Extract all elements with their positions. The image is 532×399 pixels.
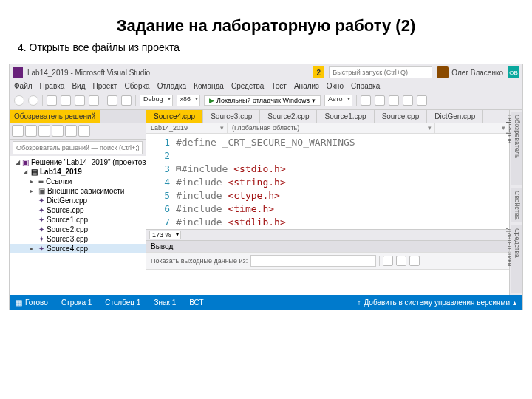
refresh-button[interactable] bbox=[25, 125, 37, 137]
menu-analyze[interactable]: Анализ bbox=[294, 82, 319, 90]
tab-diagnostics[interactable]: Средства диагностики bbox=[511, 225, 522, 293]
start-debugging-button[interactable]: ▶ Локальный отладчик Windows ▾ bbox=[204, 95, 321, 106]
avatar-icon bbox=[437, 66, 449, 78]
output-source-label: Показать выходные данные из: bbox=[151, 257, 248, 265]
open-button[interactable] bbox=[61, 95, 71, 106]
solution-explorer-tab[interactable]: Обозреватель решений bbox=[10, 110, 100, 123]
play-icon: ▶ bbox=[209, 97, 214, 104]
status-line: Строка 1 bbox=[61, 299, 92, 307]
chevron-down-icon: ▾ bbox=[312, 97, 316, 104]
status-char: Знак 1 bbox=[154, 299, 176, 307]
user-account[interactable]: Олег Власенко bbox=[437, 66, 503, 78]
external-icon: ▣ bbox=[38, 187, 45, 195]
show-all-button[interactable] bbox=[52, 125, 64, 137]
doc-tab[interactable]: Source.cpp bbox=[375, 110, 428, 123]
tree-solution[interactable]: ◢▣Решение "Lab14_2019" (проектов: 1) bbox=[10, 157, 146, 167]
menu-project[interactable]: Проект bbox=[92, 82, 117, 90]
notification-badge[interactable]: 2 bbox=[313, 66, 324, 78]
solution-search-input[interactable] bbox=[13, 141, 143, 154]
toolbar-btn-a[interactable] bbox=[361, 95, 371, 106]
cpp-file-icon: ✦ bbox=[38, 206, 44, 214]
context-bar: Lab14_2019 (Глобальная область) bbox=[146, 123, 509, 134]
redo-button[interactable] bbox=[121, 95, 132, 106]
nav-forward-button[interactable] bbox=[28, 95, 38, 106]
tree-file[interactable]: ✦Source2.cpp bbox=[10, 225, 146, 234]
output-text[interactable] bbox=[146, 270, 509, 295]
undo-button[interactable] bbox=[107, 95, 117, 106]
context-member-dropdown[interactable] bbox=[435, 123, 509, 133]
user-initials-badge[interactable]: ОВ bbox=[508, 66, 519, 78]
output-wrap-button[interactable] bbox=[396, 256, 406, 266]
menu-test[interactable]: Тест bbox=[271, 82, 287, 90]
save-button[interactable] bbox=[75, 95, 85, 106]
context-project-dropdown[interactable]: Lab14_2019 bbox=[146, 123, 228, 133]
menu-help[interactable]: Справка bbox=[351, 82, 380, 90]
statusbar: ▦ Готово Строка 1 Столбец 1 Знак 1 ВСТ ↑… bbox=[10, 295, 522, 310]
tree-file[interactable]: ✦Source1.cpp bbox=[10, 215, 146, 225]
new-button[interactable] bbox=[47, 95, 57, 106]
menu-edit[interactable]: Правка bbox=[40, 82, 65, 90]
cpp-file-icon: ✦ bbox=[38, 235, 44, 243]
menu-tools[interactable]: Средства bbox=[231, 82, 264, 90]
main-toolbar: Debug x86 ▶ Локальный отладчик Windows ▾… bbox=[10, 93, 522, 110]
cpp-file-icon: ✦ bbox=[38, 245, 44, 253]
slide-title: Задание на лабораторную работу (2) bbox=[0, 0, 532, 40]
toolbar-btn-b[interactable] bbox=[375, 95, 385, 106]
vs-logo-icon bbox=[13, 67, 23, 78]
tree-file[interactable]: ✦Source.cpp bbox=[10, 205, 146, 215]
output-toolbar: Показать выходные данные из: bbox=[146, 252, 509, 270]
publish-icon: ↑ bbox=[357, 299, 361, 307]
status-ready: ▦ Готово bbox=[16, 299, 48, 307]
doc-tab[interactable]: Source1.cpp bbox=[317, 110, 374, 123]
properties-button[interactable] bbox=[65, 125, 77, 137]
toolbar-btn-e[interactable] bbox=[417, 95, 427, 106]
titlebar: Lab14_2019 - Microsoft Visual Studio 2 О… bbox=[10, 64, 522, 81]
save-all-button[interactable] bbox=[89, 95, 99, 106]
menu-view[interactable]: Вид bbox=[72, 82, 85, 90]
doc-tab[interactable]: Source3.cpp bbox=[203, 110, 260, 123]
cpp-file-icon: ✦ bbox=[38, 225, 44, 233]
output-btn[interactable] bbox=[409, 256, 420, 266]
tree-external[interactable]: ▸▣Внешние зависимости bbox=[10, 186, 146, 196]
main-area: Обозреватель решений ◢▣Решение "Lab14_20… bbox=[10, 110, 522, 295]
tree-file-selected[interactable]: ▸✦Source4.cpp bbox=[10, 244, 146, 253]
tab-properties[interactable]: Свойства bbox=[511, 188, 522, 223]
output-clear-button[interactable] bbox=[383, 256, 393, 266]
context-scope-dropdown[interactable]: (Глобальная область) bbox=[228, 123, 435, 133]
home-button[interactable] bbox=[12, 125, 24, 137]
collapse-button[interactable] bbox=[78, 125, 90, 137]
line-gutter: 1234567 bbox=[146, 134, 176, 229]
sync-button[interactable] bbox=[38, 125, 50, 137]
nav-back-button[interactable] bbox=[14, 95, 24, 106]
visual-studio-window: Lab14_2019 - Microsoft Visual Studio 2 О… bbox=[9, 64, 523, 310]
menu-team[interactable]: Команда bbox=[194, 82, 224, 90]
tree-references[interactable]: ▸▪▪Ссылки bbox=[10, 177, 146, 186]
tree-file[interactable]: ✦DictGen.cpp bbox=[10, 196, 146, 205]
tree-project[interactable]: ◢▤Lab14_2019 bbox=[10, 167, 146, 177]
doc-tab-active[interactable]: Source4.cpp bbox=[146, 110, 203, 123]
tab-server-explorer[interactable]: Обозреватель серверов bbox=[511, 112, 522, 185]
menu-window[interactable]: Окно bbox=[327, 82, 344, 90]
output-panel: Вывод Показать выходные данные из: bbox=[146, 240, 509, 295]
menu-debug[interactable]: Отладка bbox=[157, 82, 187, 90]
toolbar-btn-d[interactable] bbox=[403, 95, 413, 106]
solution-tree: ◢▣Решение "Lab14_2019" (проектов: 1) ◢▤L… bbox=[10, 156, 146, 295]
doc-tab[interactable]: Source2.cpp bbox=[260, 110, 317, 123]
platform-dropdown[interactable]: x86 bbox=[177, 95, 201, 106]
doc-tab[interactable]: DictGen.cpp bbox=[427, 110, 483, 123]
quick-launch-input[interactable] bbox=[329, 66, 432, 78]
tree-file[interactable]: ✦Source3.cpp bbox=[10, 234, 146, 244]
code-editor[interactable]: 1234567 #define _CRT_SECURE_NO_WARNINGS … bbox=[146, 134, 509, 229]
output-source-dropdown[interactable] bbox=[250, 255, 376, 267]
zoom-bar: 173 % bbox=[146, 229, 509, 240]
menu-build[interactable]: Сборка bbox=[124, 82, 149, 90]
cpp-file-icon: ✦ bbox=[38, 216, 44, 224]
config-dropdown[interactable]: Debug bbox=[140, 95, 173, 106]
status-source-control[interactable]: ↑Добавить в систему управления версиями … bbox=[357, 299, 516, 307]
menu-file[interactable]: Файл bbox=[14, 82, 33, 90]
auto-dropdown[interactable]: Авто bbox=[324, 95, 352, 106]
zoom-dropdown[interactable]: 173 % bbox=[149, 231, 181, 239]
output-panel-title[interactable]: Вывод bbox=[146, 241, 509, 252]
right-toolwindow-tabs: Обозреватель серверов Свойства Средства … bbox=[509, 110, 522, 295]
toolbar-btn-c[interactable] bbox=[389, 95, 399, 106]
